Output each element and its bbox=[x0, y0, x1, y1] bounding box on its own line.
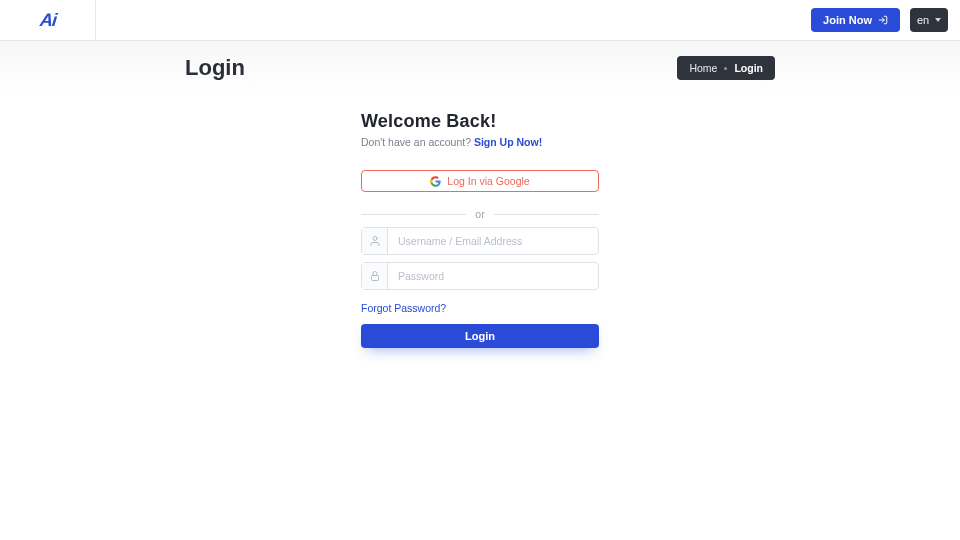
logo-ai-icon: Ai bbox=[38, 10, 56, 31]
forgot-password-link[interactable]: Forgot Password? bbox=[361, 302, 446, 314]
breadcrumb-home[interactable]: Home bbox=[689, 62, 717, 74]
divider-or: or bbox=[361, 208, 599, 220]
join-now-label: Join Now bbox=[823, 14, 872, 26]
google-login-label: Log In via Google bbox=[447, 175, 529, 187]
password-field bbox=[361, 262, 599, 290]
login-button-label: Login bbox=[465, 330, 495, 342]
or-label: or bbox=[466, 208, 493, 220]
forgot-wrap: Forgot Password? bbox=[361, 302, 599, 314]
page-title: Login bbox=[185, 55, 245, 81]
username-input[interactable] bbox=[388, 228, 598, 254]
svg-point-1 bbox=[373, 237, 377, 241]
no-account-text: Don't have an account? bbox=[361, 136, 474, 148]
svg-rect-2 bbox=[371, 276, 378, 281]
language-label: en bbox=[917, 14, 929, 26]
logo[interactable]: Ai bbox=[0, 0, 96, 41]
chevron-down-icon bbox=[935, 18, 941, 22]
username-field bbox=[361, 227, 599, 255]
login-panel: Welcome Back! Don't have an account? Sig… bbox=[361, 111, 599, 348]
join-now-button[interactable]: Join Now bbox=[811, 8, 900, 32]
page-hero: Login Home Login bbox=[0, 41, 960, 95]
google-login-button[interactable]: Log In via Google bbox=[361, 170, 599, 192]
login-arrow-icon bbox=[878, 15, 888, 25]
lock-icon bbox=[362, 263, 388, 289]
breadcrumb-separator-icon bbox=[724, 67, 727, 70]
welcome-heading: Welcome Back! bbox=[361, 111, 599, 132]
language-select[interactable]: en bbox=[910, 8, 948, 32]
login-button[interactable]: Login bbox=[361, 324, 599, 348]
user-icon bbox=[362, 228, 388, 254]
breadcrumb-current: Login bbox=[734, 62, 763, 74]
signup-link[interactable]: Sign Up Now! bbox=[474, 136, 542, 148]
password-input[interactable] bbox=[388, 263, 598, 289]
breadcrumb: Home Login bbox=[677, 56, 775, 80]
top-bar: Ai Join Now en bbox=[0, 0, 960, 41]
signup-prompt: Don't have an account? Sign Up Now! bbox=[361, 136, 599, 148]
google-icon bbox=[430, 176, 441, 187]
